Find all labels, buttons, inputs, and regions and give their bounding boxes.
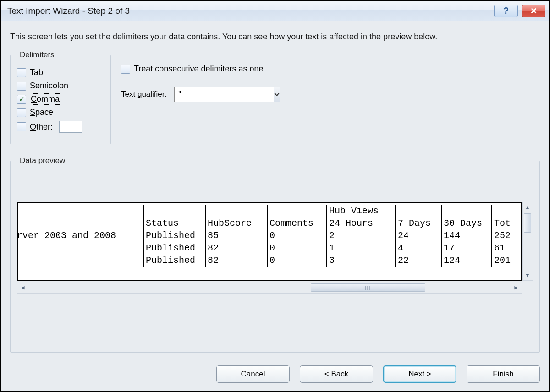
treat-consecutive-label: Treat consecutive delimiters as one	[134, 64, 263, 74]
semicolon-label: Semicolon	[30, 81, 68, 91]
window-title: Text Import Wizard - Step 2 of 3	[7, 6, 494, 16]
next-button-label: Next >	[408, 370, 431, 379]
help-icon: ?	[503, 5, 509, 16]
finish-button-label: Finish	[493, 370, 513, 379]
cancel-button[interactable]: Cancel	[216, 365, 290, 383]
space-checkbox[interactable]	[17, 108, 26, 117]
tab-label: Tab	[30, 68, 43, 77]
preview-viewport: Hub Views StatusHubScoreComments24 Hours…	[17, 202, 522, 281]
instruction-text: This screen lets you set the delimiters …	[10, 31, 540, 42]
close-icon: ✕	[530, 6, 537, 16]
data-preview-group: Data preview Hub Views StatusHubScoreCom…	[10, 156, 540, 353]
other-delimiter-input[interactable]	[59, 121, 82, 133]
delimiters-legend: Delimiters	[17, 50, 57, 60]
other-label: Other:	[30, 122, 53, 132]
cancel-button-label: Cancel	[241, 370, 265, 379]
back-button[interactable]: < Back	[300, 365, 373, 383]
text-qualifier-dropdown-button[interactable]	[274, 87, 280, 102]
text-qualifier-combo[interactable]	[174, 87, 280, 102]
comma-label: Comma	[30, 94, 60, 104]
other-checkbox[interactable]	[17, 122, 26, 131]
preview-table: Hub Views StatusHubScoreComments24 Hours…	[17, 205, 519, 267]
horizontal-scrollbar[interactable]: ◄ ||| ►	[17, 282, 522, 294]
scroll-down-icon[interactable]: ▼	[522, 270, 533, 280]
close-button[interactable]: ✕	[522, 5, 545, 17]
semicolon-checkbox[interactable]	[17, 82, 26, 91]
vertical-scroll-thumb[interactable]	[524, 213, 531, 233]
scroll-left-icon[interactable]: ◄	[17, 282, 28, 293]
text-qualifier-label: Text qualifier:	[121, 90, 167, 99]
scroll-right-icon[interactable]: ►	[511, 282, 522, 293]
vertical-scrollbar[interactable]: ▲ ▼	[522, 202, 533, 281]
titlebar: Text Import Wizard - Step 2 of 3 ? ✕	[1, 1, 549, 21]
scroll-up-icon[interactable]: ▲	[522, 202, 533, 212]
treat-consecutive-checkbox[interactable]	[121, 65, 130, 74]
chevron-down-icon	[274, 93, 280, 96]
comma-checkbox[interactable]: ✓	[17, 95, 26, 104]
help-button[interactable]: ?	[494, 5, 518, 17]
tab-checkbox[interactable]	[17, 68, 26, 77]
horizontal-scroll-thumb[interactable]: |||	[311, 283, 425, 292]
space-label: Space	[30, 108, 53, 117]
delimiters-group: Delimiters Tab Semicolon ✓ Comma Space O…	[10, 50, 111, 144]
finish-button[interactable]: Finish	[467, 365, 540, 383]
next-button[interactable]: Next >	[383, 365, 456, 383]
back-button-label: < Back	[324, 370, 348, 379]
text-qualifier-input[interactable]	[175, 87, 274, 102]
data-preview-legend: Data preview	[17, 156, 68, 165]
